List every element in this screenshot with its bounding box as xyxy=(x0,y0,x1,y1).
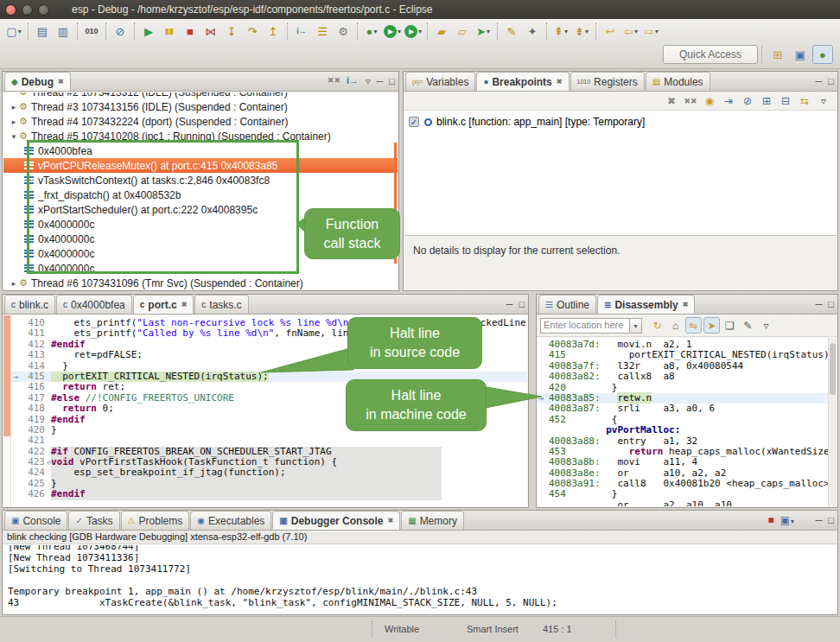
tab-executables[interactable]: ◉Executables xyxy=(190,511,271,530)
link-with-debug-view-icon[interactable]: ⇆ xyxy=(796,95,813,107)
tab-modules[interactable]: ▤Modules xyxy=(646,72,710,91)
dropdown-arrow-icon[interactable]: ▾ xyxy=(564,28,568,35)
search-icon[interactable]: ✦ xyxy=(523,22,542,41)
forward-icon[interactable]: ⇨▾ xyxy=(642,22,661,41)
tree-expander-icon[interactable]: ▸ xyxy=(9,279,19,288)
minimize-icon[interactable]: ─ xyxy=(506,298,513,310)
sync-with-selection-icon[interactable]: ⇋ xyxy=(685,317,702,334)
cpp-perspective-button[interactable]: ▣ xyxy=(790,45,811,64)
tab-debugger-console[interactable]: ▣Debugger Console✖ xyxy=(272,511,400,530)
back-icon[interactable]: ⇦▾ xyxy=(621,22,640,41)
view-menu-icon[interactable]: ▿ xyxy=(366,75,371,87)
window-minimize-button[interactable] xyxy=(22,4,33,16)
close-icon[interactable]: ✖ xyxy=(557,78,563,86)
debug-toolset-icon[interactable]: ⚙ xyxy=(334,22,353,41)
tab-problems[interactable]: ⚠Problems xyxy=(121,511,190,530)
dropdown-arrow-icon[interactable]: ▾ xyxy=(373,28,377,35)
minimize-icon[interactable]: ─ xyxy=(816,75,823,87)
debug-icon[interactable]: ●▾ xyxy=(362,22,381,41)
breakpoint-checkbox[interactable]: ✓ xyxy=(409,117,419,127)
tab-console[interactable]: ▣Console xyxy=(4,511,67,530)
dropdown-arrow-icon[interactable]: ▾ xyxy=(655,28,659,35)
tab-blink-c[interactable]: cblink.c xyxy=(4,295,55,314)
show-breakpoints-supported-icon[interactable]: ◉ xyxy=(701,95,718,107)
dropdown-arrow-icon[interactable]: ▾ xyxy=(418,28,422,35)
breakpoint-row[interactable]: ✓ blink.c [function: app_main] [type: Te… xyxy=(404,114,837,130)
expand-all-icon[interactable]: ⊞ xyxy=(758,95,775,107)
minimize-icon[interactable]: ─ xyxy=(377,75,384,87)
close-icon[interactable]: ✖ xyxy=(181,301,188,308)
open-element-icon[interactable]: ▱ xyxy=(453,22,472,41)
tab-disassembly[interactable]: ≣Disassembly✖ xyxy=(597,295,695,314)
dropdown-arrow-icon[interactable]: ▾ xyxy=(487,28,490,35)
view-menu-icon[interactable]: ▿ xyxy=(758,317,774,334)
close-icon[interactable]: ✖ xyxy=(387,517,393,524)
step-return-icon[interactable]: ↥ xyxy=(264,22,283,41)
minimize-icon[interactable]: ─ xyxy=(816,298,823,310)
thread-row[interactable]: ⚙Thread #2 1073413312 (IDLE) (Suspended … xyxy=(3,92,398,99)
tab-0x4000bfea[interactable]: c0x4000bfea xyxy=(56,295,132,314)
maximize-icon[interactable]: □ xyxy=(389,75,395,87)
scrollbar[interactable] xyxy=(828,338,837,506)
collapse-all-icon[interactable]: ⊟ xyxy=(777,95,794,107)
close-icon[interactable]: ✖ xyxy=(58,78,64,86)
step-into-icon[interactable]: ↧ xyxy=(222,22,241,41)
save-icon[interactable]: ▤ xyxy=(33,22,52,41)
remove-all-terminated-icon[interactable]: ✖✖ xyxy=(328,76,340,85)
new-project-icon[interactable]: ▰ xyxy=(432,22,451,41)
resume-icon[interactable]: ▶ xyxy=(139,22,158,41)
tab-tasks-c[interactable]: ctasks.c xyxy=(194,295,248,314)
maximize-icon[interactable]: □ xyxy=(828,514,834,526)
tab-tasks[interactable]: ✓Tasks xyxy=(68,511,119,530)
thread-row[interactable]: ▸⚙Thread #4 1073432224 (dport) (Suspende… xyxy=(3,114,398,129)
run-icon[interactable]: ▶▾ xyxy=(383,22,402,41)
stack-frame-row[interactable]: _frxt_dispatch() at 0x4008532b xyxy=(3,188,398,202)
last-edit-location-icon[interactable]: ↩ xyxy=(601,22,620,41)
thread-row[interactable]: ▸⚙Thread #3 1073413156 (IDLE) (Suspended… xyxy=(3,99,398,114)
dropdown-arrow-icon[interactable]: ▾ xyxy=(398,28,401,35)
code-line[interactable]: 425} xyxy=(11,479,527,489)
window-maximize-button[interactable] xyxy=(38,4,49,16)
close-icon[interactable]: ✖ xyxy=(683,301,689,308)
stack-frame-row[interactable]: vPortCPUReleaseMutex() at port.c:415 0x4… xyxy=(3,158,398,173)
tree-expander-icon[interactable]: ▾ xyxy=(9,132,19,141)
tree-expander-icon[interactable]: ▸ xyxy=(9,118,19,126)
debug-perspective-button[interactable]: ● xyxy=(812,45,833,64)
maximize-icon[interactable]: □ xyxy=(519,298,525,310)
disconnect-icon[interactable]: ⋈ xyxy=(201,22,220,41)
open-perspective-icon[interactable]: ⊞ xyxy=(767,45,788,64)
suspend-icon[interactable]: ▮▮ xyxy=(160,22,179,41)
dropdown-arrow-icon[interactable]: ▾ xyxy=(18,28,22,35)
next-annotation-icon[interactable]: ⇟▾ xyxy=(572,22,591,41)
terminate-console-icon[interactable]: ■ xyxy=(767,514,773,526)
step-filters-icon[interactable]: i→ xyxy=(347,75,359,86)
location-input[interactable]: Enter location here xyxy=(540,318,630,334)
remove-selected-breakpoints-icon[interactable]: ✖ xyxy=(663,95,680,107)
disasm-line[interactable]: or a2, a10, a10 xyxy=(538,500,837,506)
instruction-stepping-icon[interactable]: ☰ xyxy=(313,22,332,41)
tab-debug[interactable]: ◈ Debug ✖ xyxy=(4,72,71,91)
tree-expander-icon[interactable]: ▸ xyxy=(9,103,19,111)
use-step-filters-icon[interactable]: i→ xyxy=(292,22,311,41)
code-line[interactable]: 426#endif xyxy=(11,489,527,499)
terminate-icon[interactable]: ■ xyxy=(181,22,200,41)
external-tools-icon[interactable]: ➤▾ xyxy=(474,22,493,41)
disassembly-listing[interactable]: 40083a7d: movi.n a2, 1415 portEXIT_CRITI… xyxy=(538,338,837,506)
quick-access-field[interactable]: Quick Access xyxy=(663,45,758,64)
view-menu-icon[interactable]: ▿ xyxy=(815,95,832,107)
remove-all-breakpoints-icon[interactable]: ✖✖ xyxy=(682,97,699,105)
thread-row[interactable]: ▸⚙Thread #6 1073431096 (Tmr Svc) (Suspen… xyxy=(3,276,398,289)
tab-port-c[interactable]: cport.c✖ xyxy=(133,295,194,314)
follow-execution-icon[interactable]: ➤ xyxy=(703,317,720,334)
display-console-icon[interactable]: ▣▾ xyxy=(780,514,794,526)
new-wizard-icon[interactable]: ▢▾ xyxy=(4,22,23,41)
mark-occurrences-icon[interactable]: ✎ xyxy=(502,22,521,41)
tab-memory[interactable]: ▦Memory xyxy=(401,511,464,530)
stack-frame-row[interactable]: 0x4000bfea xyxy=(3,143,398,158)
pin-view-icon[interactable]: ✎ xyxy=(740,317,756,334)
binary-view-icon[interactable]: 010 xyxy=(82,22,101,41)
window-close-button[interactable] xyxy=(5,4,16,16)
save-all-icon[interactable]: ▥ xyxy=(54,22,73,41)
thread-row[interactable]: ▾⚙Thread #5 1073410208 (ipc1 : Running) … xyxy=(3,129,398,143)
dropdown-arrow-icon[interactable]: ▾ xyxy=(634,28,638,35)
